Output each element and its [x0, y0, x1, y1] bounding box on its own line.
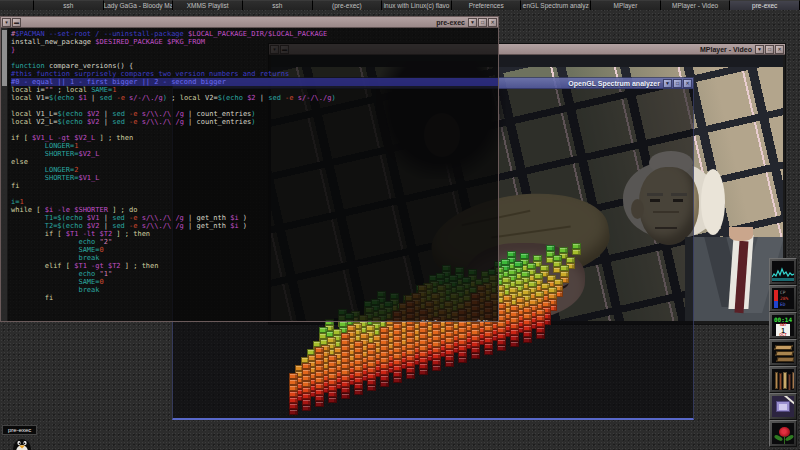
terminal-titlebar[interactable]: ▾ ▬ pre-exec ▼ □ ✕ [1, 17, 498, 28]
spectrum-bar-segment [514, 261, 523, 267]
terminal-window[interactable]: ▾ ▬ pre-exec ▼ □ ✕ #$PACMAN --set-root /… [0, 16, 499, 322]
code-line: local V2_L=$(echo $V2 | sed -e s/\\./\ /… [11, 118, 498, 126]
spectrum-bar-segment [354, 347, 363, 353]
spectrum-bar-segment [393, 359, 402, 365]
taskbar-item-ssh[interactable]: ssh [243, 0, 313, 10]
spectrum-bar-segment [458, 345, 467, 351]
taskbar-item-inux-with-linux-c-flavo[interactable]: inux with Linux(c) flavo [382, 0, 452, 10]
code-line: #$PACMAN --set-root / --uninstall-packag… [11, 30, 498, 38]
spectrum-bar-segment [354, 353, 363, 359]
spectrum-bar-segment [419, 357, 428, 363]
dock-tile-spectrum[interactable] [769, 258, 797, 285]
taskbar-item-ssh[interactable]: ssh [34, 0, 104, 10]
spectrum-bar-segment [406, 355, 415, 361]
taskbar-item-mplayer[interactable]: MPlayer [591, 0, 661, 10]
spectrum-bar-segment [503, 295, 512, 301]
terminal-right-buttons: ▼ □ ✕ [468, 18, 497, 27]
close-icon[interactable]: ✕ [488, 18, 497, 27]
taskbar-item-lady-gaga-bloody-ma[interactable]: Lady GaGa - Bloody Ma [104, 0, 174, 10]
taskbar-item-preferences[interactable]: Preferences [452, 0, 522, 10]
minimize-icon[interactable]: ▼ [468, 18, 477, 27]
spectrum-bar-segment [566, 257, 575, 263]
dock-tile-clock[interactable]: 00:14 SAT 1 OCT [769, 312, 797, 339]
spectrum-bar-segment [380, 339, 389, 345]
spectrum-bar-segment [471, 353, 480, 359]
maximize-icon[interactable]: □ [478, 18, 487, 27]
spectrum-bar-segment [354, 371, 363, 377]
opengl-title: OpenGL Spectrum analyzer [568, 80, 660, 87]
taskbar-item-pre-exec[interactable]: pre-exec [730, 0, 800, 10]
spectrum-bar-segment [315, 347, 324, 353]
taskbar-item-mplayer-video[interactable]: MPlayer - Video [661, 0, 731, 10]
spectrum-bar-segment [341, 381, 350, 387]
spectrum-bar-segment [289, 391, 298, 397]
spectrum-bar-segment [380, 381, 389, 387]
spectrum-bar-segment [523, 319, 532, 325]
spectrum-bar-segment [406, 331, 415, 337]
spectrum-bar-segment [515, 279, 524, 285]
spectrum-bar-segment [542, 301, 551, 307]
spectrum-bar-segment [572, 243, 581, 249]
spectrum-bar-segment [289, 373, 298, 379]
spectrum-bar-segment [419, 339, 428, 345]
dock-tile-cabinet[interactable] [769, 339, 797, 366]
spectrum-bar-segment [523, 307, 532, 313]
spectrum-bar-segment [380, 369, 389, 375]
desktop: sshLady GaGa - Bloody MaXMMS Playlistssh… [0, 0, 800, 450]
spectrum-bar-segment [341, 375, 350, 381]
minimize-icon[interactable]: ▼ [663, 79, 672, 88]
spectrum-bar-segment [380, 375, 389, 381]
spectrum-bar-segment [419, 363, 428, 369]
close-icon[interactable]: ✕ [775, 45, 784, 54]
spectrum-bar-segment [367, 361, 376, 367]
taskbar-item-blank[interactable] [0, 0, 34, 10]
close-icon[interactable]: ✕ [683, 79, 692, 88]
spectrum-bar-segment [354, 359, 363, 365]
window-sticky-icon[interactable]: ▬ [12, 18, 21, 27]
spectrum-bar-segment [302, 369, 311, 375]
spectrum-bar-segment [328, 355, 337, 361]
tux-penguin-icon[interactable] [8, 436, 36, 450]
spectrum-bar-segment [523, 331, 532, 337]
spectrum-bar-segment [341, 363, 350, 369]
taskbar-item-engl-spectrum-analyz[interactable]: enGL Spectrum analyz [521, 0, 591, 10]
spectrum-bar-segment [393, 341, 402, 347]
spectrum-bar-segment [367, 379, 376, 385]
taskbar-item--pre-exec-[interactable]: (pre-exec) [313, 0, 383, 10]
spectrum-bar-segment [315, 401, 324, 407]
spectrum-bar-segment [445, 361, 454, 367]
taskbar-item-xmms-playlist[interactable]: XMMS Playlist [173, 0, 243, 10]
spectrum-bar-segment [548, 293, 557, 299]
dock-tile-monitor[interactable]: CP 28% ED [769, 285, 797, 312]
miniwindow-pre-exec[interactable]: pre-exec [2, 418, 37, 450]
spectrum-bar-segment [393, 353, 402, 359]
terminal-body[interactable]: #$PACMAN --set-root / --uninstall-packag… [1, 28, 498, 321]
maximize-icon[interactable]: □ [765, 45, 774, 54]
spectrum-bar-segment [497, 339, 506, 345]
spectrum-bar-segment [458, 327, 467, 333]
dock-tile-graphics[interactable] [769, 393, 797, 420]
window-menu-icon[interactable]: ▾ [2, 18, 11, 27]
maximize-icon[interactable]: □ [673, 79, 682, 88]
spectrum-bar-segment [289, 409, 298, 415]
spectrum-bar-segment [367, 367, 376, 373]
dock-tile-books[interactable] [769, 366, 797, 393]
spectrum-bar-segment [548, 287, 557, 293]
vim-code[interactable]: #$PACMAN --set-root / --uninstall-packag… [11, 30, 498, 302]
terminal-scrollbar[interactable] [1, 28, 8, 321]
code-line: i=1 [11, 198, 498, 206]
spectrum-bar-segment [533, 255, 542, 261]
spectrum-bar-segment [497, 333, 506, 339]
spectrum-bar-segment [367, 385, 376, 391]
spectrum-bar-segment [393, 335, 402, 341]
dock-tile-rose[interactable] [769, 420, 797, 447]
spectrum-bar-segment [289, 385, 298, 391]
minimize-icon[interactable]: ▼ [755, 45, 764, 54]
vim-statusline: 81,1 34% [1, 319, 498, 321]
code-line: install_new_package $DESIRED_PACKAGE $PK… [11, 38, 498, 46]
spectrum-bar-segment [406, 337, 415, 343]
spectrum-bar-segment [393, 365, 402, 371]
spectrum-bar-segment [458, 357, 467, 363]
scrollbar-thumb[interactable] [2, 30, 7, 86]
spectrum-bar-segment [510, 317, 519, 323]
